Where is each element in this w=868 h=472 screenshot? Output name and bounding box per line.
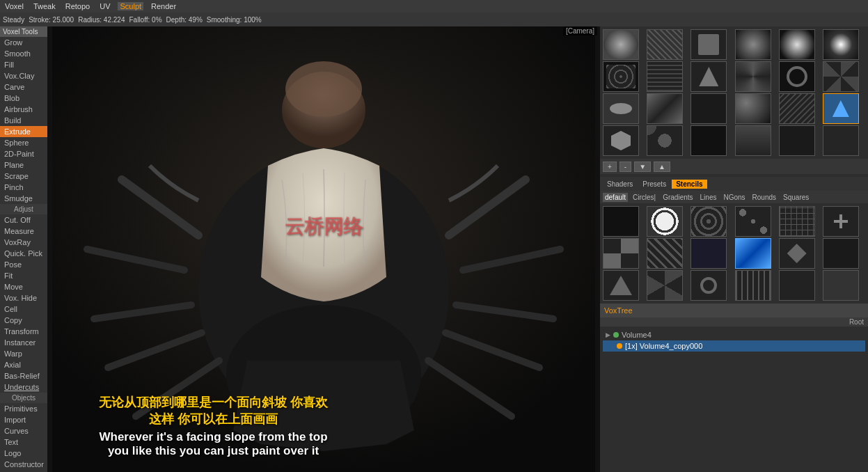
- tb-falloff[interactable]: Falloff: 0%: [129, 16, 161, 24]
- brush-cell-17[interactable]: [779, 93, 815, 124]
- sidebar-item-text[interactable]: Text: [0, 436, 47, 448]
- stencil-cell-1[interactable]: [603, 206, 639, 237]
- stencil-subtab-default[interactable]: default: [603, 193, 628, 202]
- menu-retopo[interactable]: Retopo: [63, 2, 92, 10]
- menu-voxel[interactable]: Voxel: [3, 2, 26, 10]
- stencil-cell-15[interactable]: [691, 270, 727, 301]
- brush-cell-10[interactable]: [735, 61, 771, 92]
- sidebar-item-primitives[interactable]: Primitives: [0, 403, 47, 414]
- sidebar-item-vox-clay[interactable]: Vox.Clay: [0, 70, 47, 81]
- sidebar-item-cutoff[interactable]: Cut. Off: [0, 214, 47, 226]
- brush-cell-8[interactable]: [647, 61, 683, 92]
- brush-cell-5[interactable]: [779, 29, 815, 60]
- stencil-subtab-lines[interactable]: Lines: [698, 193, 719, 202]
- brush-cell-12[interactable]: [823, 61, 859, 92]
- sidebar-item-logo[interactable]: Logo: [0, 448, 47, 459]
- menu-tweak[interactable]: Tweak: [31, 2, 58, 10]
- sidebar-item-sphere[interactable]: Sphere: [0, 137, 47, 148]
- stencil-cell-8[interactable]: [647, 238, 683, 269]
- brush-cell-20[interactable]: [647, 125, 683, 156]
- stencil-subtab-squares[interactable]: Squares: [781, 193, 811, 202]
- sidebar-item-bas-relief[interactable]: Bas-Relief: [0, 370, 47, 381]
- brush-cell-3[interactable]: [691, 29, 727, 60]
- sidebar-item-constructor[interactable]: Constructor: [0, 459, 47, 470]
- brush-cell-6[interactable]: [823, 29, 859, 60]
- brush-cell-16[interactable]: [735, 93, 771, 124]
- stencil-cell-18[interactable]: [823, 270, 859, 301]
- sidebar-item-transform[interactable]: Transform: [0, 326, 47, 337]
- brush-cell-18[interactable]: [823, 93, 859, 124]
- sidebar-item-vox-hide[interactable]: Vox. Hide: [0, 292, 47, 304]
- stencil-cell-10[interactable]: [735, 238, 771, 269]
- brush-cell-24[interactable]: [823, 125, 859, 156]
- stencil-cell-13[interactable]: [603, 270, 639, 301]
- sidebar-item-grow[interactable]: Grow: [0, 37, 47, 48]
- sidebar-item-blob[interactable]: Blob: [0, 93, 47, 104]
- stencil-subtab-gradients[interactable]: Gradients: [661, 193, 695, 202]
- menu-uv[interactable]: UV: [97, 2, 112, 10]
- brush-cell-19[interactable]: [603, 125, 639, 156]
- up-button[interactable]: ▲: [654, 162, 670, 172]
- stencil-cell-16[interactable]: [735, 270, 771, 301]
- stencil-cell-2[interactable]: [647, 206, 683, 237]
- sidebar-item-instancer[interactable]: Instancer: [0, 337, 47, 348]
- brush-cell-13[interactable]: [603, 93, 639, 124]
- stencil-cell-5[interactable]: [779, 206, 815, 237]
- stencil-cell-6[interactable]: [823, 206, 859, 237]
- down-button[interactable]: ▼: [634, 162, 651, 172]
- add-button[interactable]: +: [603, 162, 617, 172]
- sidebar-item-measure[interactable]: Measure: [0, 226, 47, 237]
- brush-cell-14[interactable]: [647, 93, 683, 124]
- tab-shaders[interactable]: Shaders: [603, 180, 637, 189]
- stencil-cell-3[interactable]: [691, 206, 727, 237]
- sidebar-item-build[interactable]: Build: [0, 115, 47, 126]
- vox-item-volume4[interactable]: ▶ Volume4: [603, 329, 865, 340]
- sidebar-item-extrude[interactable]: Extrude: [0, 126, 47, 137]
- brush-cell-7[interactable]: [603, 61, 639, 92]
- sidebar-subsection-objects[interactable]: Objects: [0, 393, 47, 403]
- tab-stencils[interactable]: Stencils: [672, 180, 707, 189]
- brush-cell-23[interactable]: [779, 125, 815, 156]
- brush-cell-1[interactable]: [603, 29, 639, 60]
- brush-cell-21[interactable]: [691, 125, 727, 156]
- brush-cell-11[interactable]: [779, 61, 815, 92]
- sidebar-item-scrape[interactable]: Scrape: [0, 171, 47, 182]
- stencil-cell-7[interactable]: [603, 238, 639, 269]
- tb-stroke[interactable]: Stroke: 25.000: [29, 16, 74, 24]
- brush-cell-22[interactable]: [735, 125, 771, 156]
- sidebar-item-fit[interactable]: Fit: [0, 270, 47, 281]
- sidebar-item-fill[interactable]: Fill: [0, 59, 47, 70]
- main-viewport[interactable]: 云桥网络 [Camera] 无论从顶部到哪里是一个面向斜坡 你喜欢这样 你可以在…: [47, 26, 600, 472]
- tab-presets[interactable]: Presets: [638, 180, 670, 189]
- sidebar-item-cell[interactable]: Cell: [0, 304, 47, 315]
- stencil-subtab-ngons[interactable]: NGons: [721, 193, 747, 202]
- stencil-subtab-circles[interactable]: Circles|: [631, 193, 658, 202]
- vox-item-volume4-copy[interactable]: [1x] Volume4_copy000: [603, 340, 865, 352]
- stencil-cell-17[interactable]: [779, 270, 815, 301]
- sidebar-subsection-adjust[interactable]: Adjust: [0, 204, 47, 214]
- stencil-cell-4[interactable]: [735, 206, 771, 237]
- tb-steady[interactable]: Steady: [3, 16, 24, 24]
- menu-render[interactable]: Render: [149, 2, 178, 10]
- stencil-cell-9[interactable]: [691, 238, 727, 269]
- tb-depth[interactable]: Depth: 49%: [166, 16, 203, 24]
- brush-cell-9[interactable]: [691, 61, 727, 92]
- stencil-cell-12[interactable]: [823, 238, 859, 269]
- tb-smoothing[interactable]: Smoothing: 100%: [207, 16, 262, 24]
- sidebar-item-carve[interactable]: Carve: [0, 81, 47, 93]
- sidebar-item-smooth[interactable]: Smooth: [0, 48, 47, 59]
- sidebar-item-move[interactable]: Move: [0, 281, 47, 292]
- sidebar-item-plane[interactable]: Plane: [0, 159, 47, 171]
- sidebar-item-undercuts[interactable]: Undercuts: [0, 381, 47, 393]
- sidebar-item-pinch[interactable]: Pinch: [0, 182, 47, 193]
- sidebar-item-curves[interactable]: Curves: [0, 425, 47, 436]
- sidebar-item-warp[interactable]: Warp: [0, 348, 47, 359]
- stencil-cell-11[interactable]: [779, 238, 815, 269]
- sidebar-item-airbrush[interactable]: Airbrush: [0, 104, 47, 115]
- tb-radius[interactable]: Radius: 42.224: [78, 16, 125, 24]
- sidebar-item-voxray[interactable]: VoxRay: [0, 237, 47, 248]
- sidebar-item-quick-pick[interactable]: Quick. Pick: [0, 248, 47, 259]
- stencil-cell-14[interactable]: [647, 270, 683, 301]
- menu-sculpt[interactable]: Sculpt: [118, 2, 143, 10]
- sidebar-item-copy[interactable]: Copy: [0, 315, 47, 326]
